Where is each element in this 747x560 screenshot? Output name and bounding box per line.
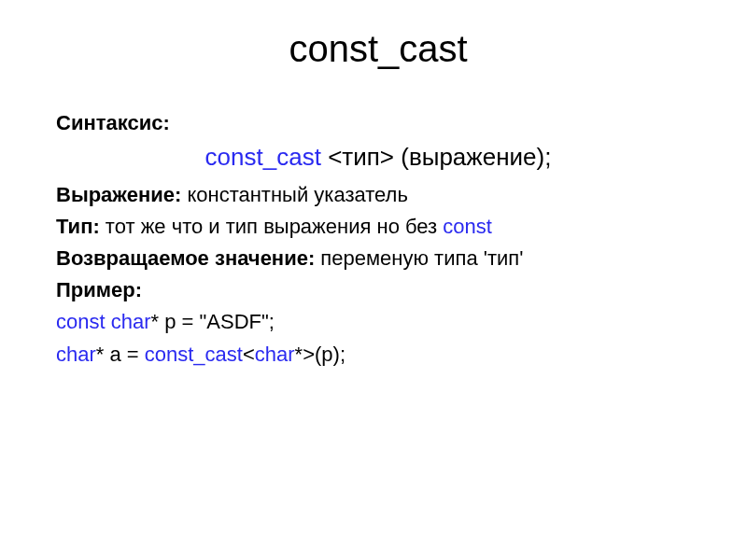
syntax-expression: const_cast <тип> (выражение); — [56, 143, 700, 172]
code-kw: const_cast — [145, 343, 243, 366]
type-text: тот же что и тип выражения но без — [100, 215, 444, 238]
code-text: *>(p); — [295, 343, 345, 366]
return-text: переменую типа 'тип' — [315, 246, 523, 270]
slide-title: const_cast — [56, 28, 700, 70]
syntax-label: Синтаксис: — [56, 107, 700, 139]
code-kw: const char — [56, 310, 151, 333]
type-keyword: const — [443, 215, 492, 238]
type-line: Тип: тот же что и тип выражения но без c… — [56, 211, 700, 243]
return-label: Возвращаемое значение: — [56, 246, 315, 270]
code-kw: char — [56, 343, 96, 366]
code-line-1: const char* p = "ASDF"; — [56, 306, 700, 338]
return-line: Возвращаемое значение: переменую типа 'т… — [56, 243, 700, 274]
code-text: * p = "ASDF"; — [151, 310, 275, 333]
code-kw: char — [255, 343, 295, 366]
code-line-2: char* a = const_cast<char*>(p); — [56, 339, 700, 371]
expression-text: константный указатель — [181, 183, 408, 206]
code-text: * a = — [96, 343, 145, 366]
example-label: Пример: — [56, 274, 700, 306]
type-label: Тип: — [56, 215, 100, 238]
expression-line: Выражение: константный указатель — [56, 179, 700, 211]
expression-label: Выражение: — [56, 183, 181, 206]
syntax-keyword: const_cast — [205, 143, 321, 171]
syntax-rest: <тип> (выражение); — [321, 143, 551, 171]
slide: const_cast Синтаксис: const_cast <тип> (… — [0, 0, 747, 560]
code-text: < — [243, 343, 255, 366]
